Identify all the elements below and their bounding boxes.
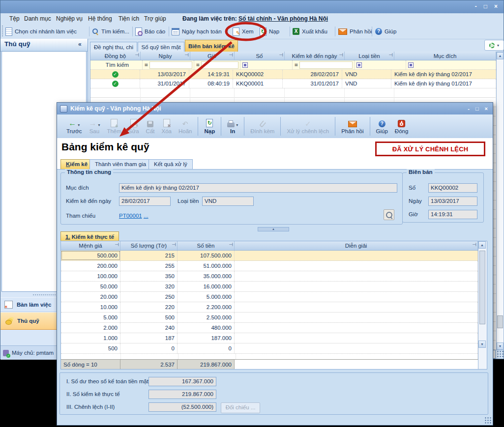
column-header[interactable]: Số <box>235 52 285 60</box>
kiem-ke-den-ngay-field[interactable]: 28/02/2017 <box>119 197 171 206</box>
equals-operator-icon[interactable]: = <box>295 62 298 68</box>
filter-cell[interactable] <box>240 60 293 69</box>
tab-kiem-ke[interactable]: Kiểm kê <box>60 159 93 169</box>
close-button[interactable]: × <box>485 105 488 113</box>
tab-bien-ban-kiem-ke[interactable]: Biên bản kiểm kê <box>185 40 238 52</box>
tab-de-nghi-thu-chi[interactable]: Đề nghị thu, chi <box>90 42 137 52</box>
doi-chieu-button[interactable]: Đối chiếu ... <box>221 402 260 413</box>
tham-chieu-more-link[interactable]: ... <box>144 213 148 219</box>
collapse-splitter-button[interactable]: ▲ <box>258 227 289 231</box>
equals-operator-icon[interactable]: = <box>145 62 148 68</box>
tab-thanh-vien-tham-gia[interactable]: Thành viên tham gia <box>89 159 151 169</box>
toolbar-xoa[interactable]: Xóa <box>158 115 175 137</box>
pin-icon[interactable] <box>172 242 176 247</box>
dialog-title-bar[interactable]: Kiểm kê quỹ - Văn phòng Hà Nội - □ × <box>57 103 493 114</box>
pin-icon[interactable] <box>388 52 393 57</box>
muc-dich-field[interactable]: Kiểm kê định kỳ tháng 02/2017 <box>119 183 397 193</box>
ngay-field[interactable]: 13/03/2017 <box>428 197 477 206</box>
column-header[interactable]: Ngày <box>141 52 190 60</box>
filter-cell[interactable]: = <box>143 60 194 69</box>
toolbar-xu-ly-chenh-lech[interactable]: ✓Xử lý chênh lệch <box>283 115 332 137</box>
filter-search-cell[interactable]: Tìm kiếm <box>90 60 143 69</box>
pin-icon[interactable] <box>229 242 233 247</box>
tab-kiem-ke-thuc-te[interactable]: 1. Kiểm kê thực tế <box>60 231 119 241</box>
filter-cell[interactable] <box>355 60 406 69</box>
scrollbar-thumb[interactable] <box>479 251 485 324</box>
column-header[interactable]: Mục đích <box>394 52 496 60</box>
equals-operator-icon[interactable]: = <box>196 62 200 68</box>
pin-icon[interactable] <box>472 242 476 247</box>
close-button[interactable]: × <box>494 2 498 10</box>
filter-cell[interactable]: = <box>194 60 240 69</box>
toolbar-nap[interactable]: Nạp <box>260 26 279 37</box>
column-header[interactable]: Số lượng (Tờ) <box>120 241 178 250</box>
toolbar-phan-hoi[interactable]: Phản hồi <box>338 26 372 37</box>
toolbar-dinh-kem[interactable]: Đính kèm <box>247 115 278 137</box>
maximize-button[interactable]: □ <box>484 2 487 10</box>
toolbar-giup[interactable]: Giúp <box>375 26 396 37</box>
table-row[interactable]: 5.0005002.500.000 <box>61 313 478 323</box>
collapse-sidebar-button[interactable]: « <box>78 41 82 48</box>
filter-checkbox-icon[interactable] <box>356 62 362 68</box>
menu-tro-giup[interactable]: Trợ giúp <box>142 13 168 24</box>
filter-checkbox-icon[interactable] <box>408 62 414 68</box>
pin-icon[interactable] <box>229 52 233 57</box>
grid-settings-button[interactable] <box>484 40 504 51</box>
pin-icon[interactable] <box>135 52 139 57</box>
table-row[interactable]: 50.00032016.000.000 <box>61 282 478 292</box>
table-row[interactable]: 20.0002505.000.000 <box>61 292 478 302</box>
toolbar-xem[interactable]: Xem <box>233 26 254 37</box>
filter-input[interactable] <box>299 61 353 69</box>
column-header[interactable]: Số tiền <box>178 241 235 250</box>
table-row[interactable]: 2.000240480.000 <box>61 323 478 333</box>
zoom-reference-button[interactable] <box>384 209 394 220</box>
so-field[interactable]: KKQ00002 <box>428 183 477 193</box>
menu-tep[interactable]: Tệp <box>7 13 22 24</box>
window-resize-grip[interactable] <box>497 350 504 358</box>
column-header[interactable]: Diễn giải <box>235 241 478 250</box>
gio-field[interactable]: 14:19:31 <box>428 210 477 219</box>
loai-tien-field[interactable]: VND <box>202 197 254 206</box>
toolbar-chon-chi-nhanh[interactable]: Chọn chi nhánh làm việc <box>5 26 77 37</box>
minimize-button[interactable]: - <box>475 2 477 10</box>
toolbar-phan-hoi[interactable]: Phản hồi <box>338 115 367 137</box>
filter-input[interactable] <box>149 61 192 69</box>
main-title-bar[interactable]: - □ × <box>0 0 504 13</box>
toolbar-giup[interactable]: Giúp <box>373 115 391 137</box>
column-header[interactable]: Loại tiền <box>345 52 394 60</box>
toolbar-in[interactable]: In <box>224 115 241 137</box>
filter-input[interactable] <box>201 61 238 69</box>
column-header[interactable]: Đồng bộ <box>90 52 141 60</box>
column-header[interactable]: Mệnh giá <box>61 241 120 250</box>
column-header[interactable]: Kiểm kê đến ngày <box>285 52 345 60</box>
toolbar-cat[interactable]: Cất <box>143 115 158 137</box>
toolbar-truoc[interactable]: ←Trước <box>63 115 85 137</box>
toolbar-hoan[interactable]: ↶Hoãn <box>175 115 196 137</box>
toolbar-tim-kiem[interactable]: Tìm kiếm... <box>92 26 129 37</box>
table-row[interactable]: 100.00035035.000.000 <box>61 271 478 282</box>
maximize-button[interactable]: □ <box>475 105 479 113</box>
toolbar-sua[interactable]: Sửa <box>125 115 143 137</box>
menu-he-thong[interactable]: Hệ thống <box>86 13 114 24</box>
pin-icon[interactable] <box>184 52 189 57</box>
toolbar-nap[interactable]: Nạp <box>201 115 218 137</box>
table-row[interactable]: 10.0002202.200.000 <box>61 302 478 313</box>
tab-ket-qua-xu-ly[interactable]: Kết quả xử lý <box>148 159 193 169</box>
table-row[interactable]: 31/01/2017 08:40:19 KKQ00001 31/01/2017 … <box>90 79 496 88</box>
toolbar-bao-cao[interactable]: Báo cáo <box>135 26 165 37</box>
table-row[interactable]: 50000 <box>61 343 478 354</box>
toolbar-dong[interactable]: Đóng <box>391 115 412 137</box>
toolbar-ngay-hach-toan[interactable]: Ngày hạch toán <box>172 26 222 37</box>
table-row[interactable]: 1.000187187.000 <box>61 333 478 343</box>
minimize-button[interactable]: - <box>468 105 470 113</box>
scrollbar-thumb[interactable] <box>497 315 503 328</box>
pin-icon[interactable] <box>279 52 283 57</box>
toolbar-them[interactable]: Thêm <box>103 115 124 137</box>
filter-cell[interactable] <box>406 60 496 69</box>
column-header[interactable]: Giờ <box>190 52 235 60</box>
dialog-resize-grip[interactable] <box>484 417 492 424</box>
menu-danh-muc[interactable]: Danh mục <box>22 13 53 24</box>
menu-nghiep-vu[interactable]: Nghiệp vụ <box>54 13 85 24</box>
pin-icon[interactable] <box>115 242 119 247</box>
detail-grid-scrollbar[interactable]: ▲ ▼ <box>478 241 487 369</box>
